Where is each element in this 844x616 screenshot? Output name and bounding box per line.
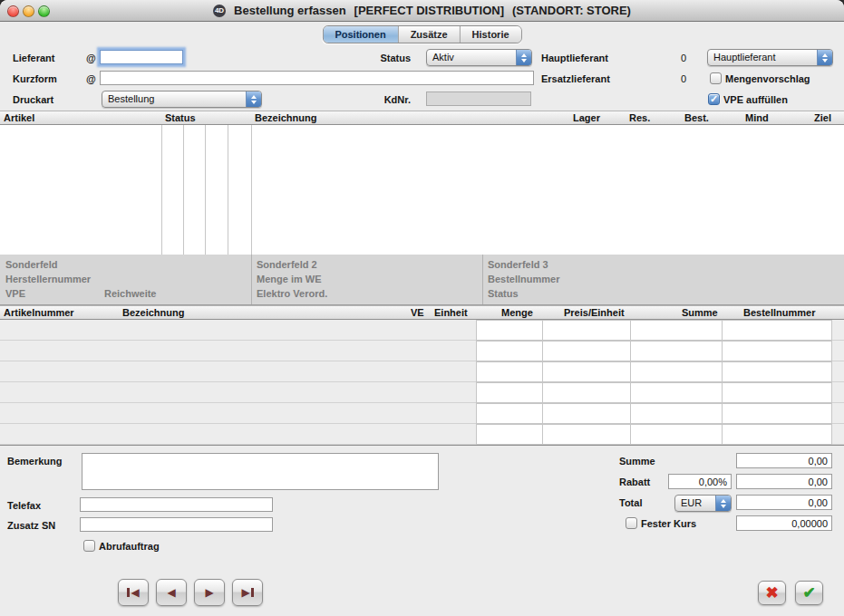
popup-arrows-icon <box>516 50 531 65</box>
cell-divider <box>722 321 723 340</box>
column-status: Status <box>165 112 196 123</box>
sonderfeld3-label: Sonderfeld 3 <box>488 259 548 270</box>
cell-divider <box>630 342 631 361</box>
cell-divider <box>542 404 543 423</box>
row-entry-cells[interactable] <box>476 341 832 361</box>
accept-check-icon: ✔ <box>802 585 815 601</box>
popup-arrows-icon <box>246 91 261 107</box>
first-record-icon <box>127 588 130 597</box>
table-row[interactable] <box>0 424 844 445</box>
section-divider <box>0 445 844 446</box>
telefax-input[interactable] <box>80 497 273 512</box>
elektro-verord-label: Elektro Verord. <box>257 288 327 299</box>
abrufauftrag-checkbox[interactable] <box>83 540 95 552</box>
cell-divider <box>630 425 631 444</box>
lieferant-label: Lieferant <box>13 53 54 63</box>
cell-divider <box>722 362 723 381</box>
row-entry-cells[interactable] <box>476 320 832 341</box>
position-table-body <box>0 320 844 445</box>
tab-historie[interactable]: Historie <box>461 26 521 43</box>
tab-zusaetze[interactable]: Zusätze <box>399 26 461 43</box>
row-entry-cells[interactable] <box>476 382 832 403</box>
sonderfeld2-label: Sonderfeld 2 <box>257 259 317 270</box>
sonderfeld-label: Sonderfeld <box>5 259 57 270</box>
column-best: Best. <box>684 112 709 123</box>
rabatt-percent-input[interactable]: 0,00% <box>668 474 732 489</box>
cell-divider <box>542 342 543 361</box>
status-select[interactable]: Aktiv <box>426 49 532 66</box>
mengenvorschlag-checkbox[interactable] <box>710 72 722 84</box>
reichweite-label: Reichweite <box>104 288 156 299</box>
column-bezeichnung2: Bezeichnung <box>122 307 184 318</box>
row-entry-cells[interactable] <box>476 361 832 382</box>
article-list-body[interactable] <box>0 125 844 255</box>
window-title-location: (STANDORT: STORE) <box>512 4 631 17</box>
kdnr-label: KdNr. <box>358 94 411 105</box>
title-bar[interactable]: 4D Bestellung erfassen [PERFECT DISTRIBU… <box>0 0 844 22</box>
fester-kurs-value[interactable]: 0,00000 <box>736 515 832 531</box>
cell-divider <box>630 383 631 402</box>
column-menge: Menge <box>501 307 533 318</box>
lieferant-input[interactable] <box>100 50 183 64</box>
last-record-icon <box>251 588 254 597</box>
column-divider <box>183 125 184 255</box>
row-entry-cells[interactable] <box>476 403 832 424</box>
cell-divider <box>542 425 543 444</box>
window-title-database: [PERFECT DISTRIBUTION] <box>354 4 504 17</box>
fester-kurs-label: Fester Kurs <box>641 518 696 529</box>
first-record-button[interactable]: ◀ <box>118 579 149 606</box>
order-entry-window: 4D Bestellung erfassen [PERFECT DISTRIBU… <box>0 0 844 616</box>
druckart-select[interactable]: Bestellung <box>102 91 262 108</box>
druckart-label: Druckart <box>13 94 53 105</box>
last-record-button[interactable]: ▶ <box>232 579 263 606</box>
total-label: Total <box>619 497 642 508</box>
next-record-button[interactable]: ▶ <box>194 579 225 606</box>
column-res: Res. <box>629 112 650 123</box>
rabatt-label: Rabatt <box>619 476 650 487</box>
cell-divider <box>630 404 631 423</box>
column-divider <box>251 125 252 255</box>
status-selected-value: Aktiv <box>427 50 516 65</box>
bemerkung-label: Bemerkung <box>7 456 63 467</box>
hauptlieferant-selected-value: Hauptlieferant <box>708 50 817 65</box>
fester-kurs-checkbox[interactable] <box>626 517 637 529</box>
arrow-left-icon: ◀ <box>167 587 175 598</box>
table-row[interactable] <box>0 320 844 341</box>
hauptlieferant-count: 0 <box>635 53 686 63</box>
cell-divider <box>630 321 631 340</box>
vpe-auffuellen-checkbox[interactable]: ✓ <box>708 93 720 105</box>
zusatz-sn-input[interactable] <box>80 517 273 532</box>
window-title-text: Bestellung erfassen <box>234 4 346 17</box>
row-entry-cells[interactable] <box>476 424 832 445</box>
bemerkung-textarea[interactable] <box>82 453 439 490</box>
cell-divider <box>722 383 723 402</box>
kurzform-input[interactable] <box>100 71 534 85</box>
tab-positionen-label: Positionen <box>335 29 385 40</box>
position-table-header: Artikelnummer Bezeichnung VE Einheit Men… <box>0 305 844 320</box>
cell-divider <box>542 362 543 381</box>
table-row[interactable] <box>0 382 844 403</box>
popup-arrows-icon <box>817 50 832 65</box>
table-row[interactable] <box>0 341 844 361</box>
cell-divider <box>542 383 543 402</box>
currency-select[interactable]: EUR <box>674 495 732 512</box>
cell-divider <box>542 321 543 340</box>
hauptlieferant-select[interactable]: Hauptlieferant <box>707 49 833 66</box>
lieferant-wildcard: @ <box>86 53 96 63</box>
panel-divider <box>251 255 252 304</box>
panel-divider <box>482 255 483 304</box>
bestellnummer-label: Bestellnummer <box>488 274 559 284</box>
table-row[interactable] <box>0 361 844 382</box>
table-row[interactable] <box>0 403 844 424</box>
accept-button[interactable]: ✔ <box>795 581 823 605</box>
rabatt-value: 0,00 <box>736 474 832 489</box>
cancel-button[interactable]: ✖ <box>758 581 786 605</box>
previous-record-button[interactable]: ◀ <box>156 579 187 606</box>
column-divider <box>228 125 228 255</box>
tab-positionen[interactable]: Positionen <box>323 26 398 43</box>
column-divider <box>161 125 162 255</box>
vpe-label: VPE <box>5 288 25 299</box>
cell-divider <box>722 425 723 444</box>
window-title: 4D Bestellung erfassen [PERFECT DISTRIBU… <box>0 4 844 17</box>
druckart-selected-value: Bestellung <box>102 91 246 107</box>
